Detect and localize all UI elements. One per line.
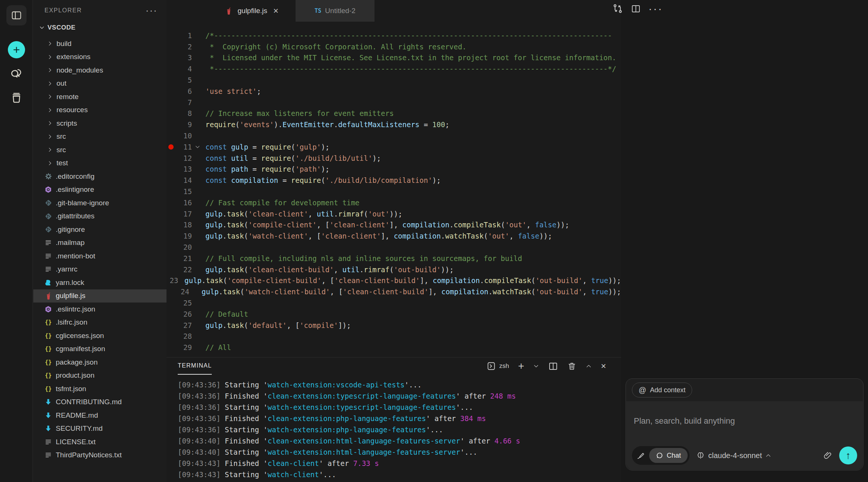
code-line[interactable]: 7	[166, 97, 621, 108]
code-line[interactable]: 25	[166, 297, 621, 308]
sidebar-item-scripts[interactable]: scripts	[33, 117, 166, 130]
new-terminal-button[interactable]: +	[518, 362, 524, 370]
tab-gulpfile[interactable]: gulpfile.js ×	[224, 0, 278, 22]
line-number[interactable]: 2	[175, 43, 192, 51]
sidebar-item-yarn-lock[interactable]: yarn.lock	[33, 276, 166, 289]
code-line[interactable]: 5	[166, 74, 621, 86]
close-panel-icon[interactable]: ×	[601, 361, 606, 371]
code-line[interactable]: 15	[166, 186, 621, 197]
sidebar-item-contributing-md[interactable]: CONTRIBUTING.md	[33, 396, 166, 409]
sidebar-item-node-modules[interactable]: node_modules	[33, 64, 166, 77]
chat-history-button[interactable]	[0, 67, 33, 81]
line-number[interactable]: 29	[175, 343, 192, 351]
code-line[interactable]: 26// Default	[166, 308, 621, 320]
add-context-button[interactable]: @ Add context	[632, 383, 692, 397]
sidebar-item-resources[interactable]: resources	[33, 104, 166, 117]
code-line[interactable]: 1/*-------------------------------------…	[166, 30, 621, 41]
paperclip-icon[interactable]	[823, 451, 832, 460]
code-line[interactable]: 27gulp.task('default', ['compile']);	[166, 320, 621, 331]
code-line[interactable]: 4 *-------------------------------------…	[166, 63, 621, 74]
line-number[interactable]: 10	[175, 132, 192, 140]
sidebar-item--gitignore[interactable]: .gitignore	[33, 223, 166, 236]
terminal-tab[interactable]: TERMINAL	[178, 357, 212, 375]
sidebar-item-thirdpartynotices-txt[interactable]: ThirdPartyNotices.txt	[33, 449, 166, 462]
line-number[interactable]: 4	[175, 65, 192, 73]
line-number[interactable]: 23	[170, 276, 178, 285]
sidebar-item-extensions[interactable]: extensions	[33, 50, 166, 64]
code-line[interactable]: 23gulp.task('compile-client-build', ['cl…	[166, 275, 621, 286]
sidebar-item-test[interactable]: test	[33, 157, 166, 170]
line-number[interactable]: 19	[175, 232, 192, 240]
mode-toggle[interactable]: Chat	[632, 446, 690, 465]
send-button[interactable]: ↑	[839, 446, 857, 464]
line-number[interactable]: 25	[175, 299, 192, 307]
line-number[interactable]: 22	[175, 265, 192, 274]
code-line[interactable]: 13const path = require('path');	[166, 164, 621, 175]
code-line[interactable]: 16// Fast compile for development time	[166, 197, 621, 208]
code-line[interactable]: 10	[166, 130, 621, 141]
split-editor-icon[interactable]	[631, 4, 641, 14]
close-icon[interactable]: ×	[273, 6, 278, 16]
sidebar-item-src[interactable]: src	[33, 130, 166, 144]
code-line[interactable]: 8// Increase max listeners for event emi…	[166, 108, 621, 119]
line-number[interactable]: 14	[175, 176, 192, 184]
split-terminal-icon[interactable]	[548, 361, 558, 371]
line-number[interactable]: 15	[175, 187, 192, 196]
more-actions-icon[interactable]: ···	[648, 6, 663, 11]
new-chat-button[interactable]: +	[0, 41, 33, 58]
code-editor[interactable]: 1/*-------------------------------------…	[166, 22, 621, 357]
code-line[interactable]: 22gulp.task('clean-client-build', util.r…	[166, 264, 621, 275]
line-number[interactable]: 28	[175, 332, 192, 340]
code-line[interactable]: 20	[166, 242, 621, 253]
code-line[interactable]: 14const compilation = require('./build/l…	[166, 175, 621, 186]
line-number[interactable]: 20	[175, 243, 192, 251]
code-line[interactable]: 28	[166, 331, 621, 342]
sidebar-item-cgmanifest-json[interactable]: {}cgmanifest.json	[33, 343, 166, 356]
line-number[interactable]: 5	[175, 76, 192, 84]
fold-chevron-icon[interactable]	[192, 144, 203, 150]
sidebar-item-package-json[interactable]: {}package.json	[33, 356, 166, 369]
line-number[interactable]: 16	[175, 199, 192, 207]
sidebar-item--lsifrc-json[interactable]: {}.lsifrc.json	[33, 316, 166, 329]
line-number[interactable]: 11	[175, 143, 192, 151]
archive-button[interactable]	[0, 91, 33, 104]
code-line[interactable]: 2 * Copyright (c) Microsoft Corporation.…	[166, 41, 621, 52]
code-line[interactable]: 12const util = require('./build/lib/util…	[166, 153, 621, 164]
sidebar-item-out[interactable]: out	[33, 77, 166, 90]
sidebar-item-product-json[interactable]: {}product.json	[33, 369, 166, 383]
sidebar-item--eslintignore[interactable]: .eslintignore	[33, 183, 166, 197]
terminal-dropdown-icon[interactable]	[533, 363, 539, 369]
line-number[interactable]: 6	[175, 87, 192, 95]
kill-terminal-icon[interactable]	[567, 362, 577, 371]
line-number[interactable]: 8	[175, 109, 192, 117]
line-number[interactable]: 27	[175, 321, 192, 329]
line-number[interactable]: 7	[175, 98, 192, 107]
code-line[interactable]: 21// Full compile, including nls and inl…	[166, 253, 621, 264]
line-number[interactable]: 12	[175, 154, 192, 162]
line-number[interactable]: 26	[175, 310, 192, 318]
line-number[interactable]: 24	[175, 288, 189, 296]
code-line[interactable]: 9require('events').EventEmitter.defaultM…	[166, 119, 621, 130]
sidebar-item--mention-bot[interactable]: .mention-bot	[33, 249, 166, 263]
sidebar-item-license-txt[interactable]: LICENSE.txt	[33, 435, 166, 449]
sidebar-item-readme-md[interactable]: README.md	[33, 409, 166, 422]
sidebar-item-security-md[interactable]: SECURITY.md	[33, 422, 166, 436]
breakpoint-dot[interactable]	[166, 144, 175, 150]
toggle-sidebar-button[interactable]	[0, 5, 33, 25]
code-line[interactable]: 11const gulp = require('gulp');	[166, 141, 621, 153]
sidebar-item--git-blame-ignore[interactable]: .git-blame-ignore	[33, 196, 166, 210]
sidebar-root-vscode[interactable]: VSCODE	[33, 21, 166, 34]
sidebar-item-build[interactable]: build	[33, 37, 166, 50]
chat-input[interactable]: Plan, search, build anything Chat claude…	[626, 401, 863, 470]
model-selector[interactable]: claude-4-sonnet	[696, 451, 771, 460]
sidebar-item-gulpfile-js[interactable]: gulpfile.js	[33, 289, 166, 303]
sidebar-item-remote[interactable]: remote	[33, 90, 166, 104]
explorer-more-actions[interactable]: ···	[146, 9, 158, 12]
code-line[interactable]: 19gulp.task('watch-client', ['clean-clie…	[166, 230, 621, 242]
code-line[interactable]: 18gulp.task('compile-client', ['clean-cl…	[166, 219, 621, 231]
sidebar-item--editorconfig[interactable]: .editorconfig	[33, 170, 166, 183]
shell-selector[interactable]: zsh	[486, 361, 509, 371]
line-number[interactable]: 13	[175, 165, 192, 173]
sidebar-item--yarnrc[interactable]: .yarnrc	[33, 263, 166, 276]
code-line[interactable]: 29// All	[166, 342, 621, 353]
